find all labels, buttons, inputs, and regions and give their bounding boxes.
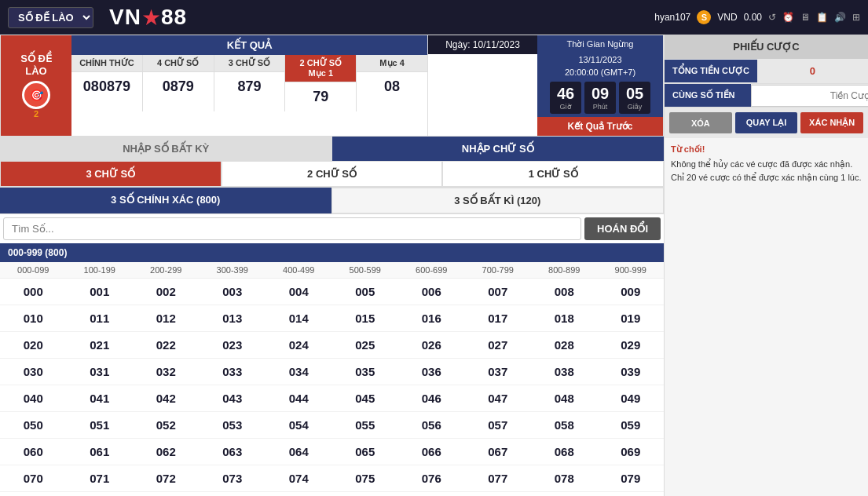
number-cell[interactable]: 000	[0, 279, 67, 305]
number-cell[interactable]: 041	[67, 385, 134, 411]
number-cell[interactable]: 039	[598, 359, 665, 385]
number-cell[interactable]: 075	[332, 465, 399, 491]
number-cell[interactable]: 080	[0, 492, 67, 496]
number-cell[interactable]: 014	[266, 305, 332, 331]
quay-lai-button[interactable]: QUAY LẠI	[735, 112, 798, 133]
number-cell[interactable]: 047	[465, 385, 532, 411]
number-cell[interactable]: 048	[531, 385, 598, 411]
number-cell[interactable]: 044	[266, 385, 332, 411]
number-cell[interactable]: 026	[398, 332, 465, 358]
number-cell[interactable]: 033	[200, 359, 266, 385]
chinh-xac-button[interactable]: 3 SỐ CHÍNH XÁC (800)	[0, 188, 331, 213]
number-cell[interactable]: 086	[398, 492, 465, 496]
number-cell[interactable]: 004	[266, 279, 332, 305]
number-cell[interactable]: 029	[598, 332, 665, 358]
number-cell[interactable]: 043	[200, 385, 266, 411]
number-cell[interactable]: 005	[332, 279, 399, 305]
xoa-button[interactable]: XÓA	[669, 112, 732, 133]
nhap-chu-so-tab[interactable]: NHẬP CHỮ SỐ	[332, 137, 665, 161]
number-cell[interactable]: 081	[67, 492, 134, 496]
number-cell[interactable]: 019	[598, 305, 665, 331]
number-cell[interactable]: 027	[465, 332, 532, 358]
monitor-icon[interactable]: 🖥	[800, 12, 810, 23]
number-cell[interactable]: 010	[0, 305, 67, 331]
number-cell[interactable]: 050	[0, 412, 67, 438]
number-cell[interactable]: 022	[133, 332, 200, 358]
number-cell[interactable]: 034	[266, 359, 332, 385]
number-cell[interactable]: 036	[398, 359, 465, 385]
number-cell[interactable]: 073	[200, 465, 266, 491]
tab-1-chu-so[interactable]: 1 CHỮ SỐ	[442, 161, 664, 187]
grid-icon[interactable]: ⊞	[852, 12, 860, 23]
number-cell[interactable]: 060	[0, 439, 67, 465]
number-cell[interactable]: 069	[598, 439, 665, 465]
number-cell[interactable]: 054	[266, 412, 332, 438]
number-cell[interactable]: 012	[133, 305, 200, 331]
number-cell[interactable]: 064	[266, 439, 332, 465]
number-cell[interactable]: 011	[67, 305, 134, 331]
number-cell[interactable]: 067	[465, 439, 532, 465]
number-cell[interactable]: 057	[465, 412, 532, 438]
number-cell[interactable]: 058	[531, 412, 598, 438]
number-cell[interactable]: 003	[200, 279, 266, 305]
ket-qua-truoc-button[interactable]: Kết Quả Trước	[537, 117, 663, 136]
hoan-doi-button[interactable]: HOÁN ĐỔI	[584, 217, 661, 240]
number-cell[interactable]: 051	[67, 412, 134, 438]
sound-icon[interactable]: 🔊	[834, 12, 846, 23]
clock-icon[interactable]: ⏰	[782, 12, 794, 23]
number-cell[interactable]: 042	[133, 385, 200, 411]
tien-cuoc-input[interactable]	[751, 85, 868, 107]
number-cell[interactable]: 046	[398, 385, 465, 411]
number-cell[interactable]: 006	[398, 279, 465, 305]
tab-2-chu-so[interactable]: 2 CHỮ SỐ	[222, 161, 443, 187]
number-cell[interactable]: 055	[332, 412, 399, 438]
number-cell[interactable]: 072	[133, 465, 200, 491]
refresh-icon[interactable]: ↺	[768, 12, 776, 23]
number-cell[interactable]: 071	[67, 465, 134, 491]
number-cell[interactable]: 052	[133, 412, 200, 438]
number-cell[interactable]: 024	[266, 332, 332, 358]
bat-ki-button[interactable]: 3 SỐ BẤT KÌ (120)	[331, 188, 665, 213]
nhap-so-bat-ky-tab[interactable]: NHẬP SỐ BẤT KỲ	[0, 137, 332, 161]
number-cell[interactable]: 030	[0, 359, 67, 385]
number-cell[interactable]: 015	[332, 305, 399, 331]
number-cell[interactable]: 085	[332, 492, 399, 496]
game-dropdown[interactable]: SỐ ĐỀ LÀO	[8, 7, 93, 28]
number-cell[interactable]: 031	[67, 359, 134, 385]
number-cell[interactable]: 023	[200, 332, 266, 358]
number-cell[interactable]: 066	[398, 439, 465, 465]
number-cell[interactable]: 059	[598, 412, 665, 438]
number-cell[interactable]: 007	[465, 279, 532, 305]
number-cell[interactable]: 018	[531, 305, 598, 331]
number-cell[interactable]: 082	[133, 492, 200, 496]
number-cell[interactable]: 013	[200, 305, 266, 331]
number-cell[interactable]: 016	[398, 305, 465, 331]
number-cell[interactable]: 089	[598, 492, 665, 496]
number-cell[interactable]: 062	[133, 439, 200, 465]
number-cell[interactable]: 025	[332, 332, 399, 358]
number-cell[interactable]: 079	[598, 465, 665, 491]
number-cell[interactable]: 065	[332, 439, 399, 465]
number-cell[interactable]: 068	[531, 439, 598, 465]
number-cell[interactable]: 009	[598, 279, 665, 305]
number-cell[interactable]: 077	[465, 465, 532, 491]
number-cell[interactable]: 061	[67, 439, 134, 465]
clipboard-icon[interactable]: 📋	[816, 12, 828, 23]
number-cell[interactable]: 035	[332, 359, 399, 385]
number-cell[interactable]: 063	[200, 439, 266, 465]
number-cell[interactable]: 017	[465, 305, 532, 331]
number-cell[interactable]: 040	[0, 385, 67, 411]
number-cell[interactable]: 032	[133, 359, 200, 385]
number-cell[interactable]: 002	[133, 279, 200, 305]
number-cell[interactable]: 045	[332, 385, 399, 411]
xac-nhan-button[interactable]: XÁC NHẬN	[800, 112, 863, 133]
number-cell[interactable]: 049	[598, 385, 665, 411]
number-cell[interactable]: 070	[0, 465, 67, 491]
search-input[interactable]	[3, 217, 581, 240]
number-cell[interactable]: 028	[531, 332, 598, 358]
number-cell[interactable]: 038	[531, 359, 598, 385]
number-cell[interactable]: 053	[200, 412, 266, 438]
number-cell[interactable]: 001	[67, 279, 134, 305]
number-cell[interactable]: 076	[398, 465, 465, 491]
number-cell[interactable]: 021	[67, 332, 134, 358]
